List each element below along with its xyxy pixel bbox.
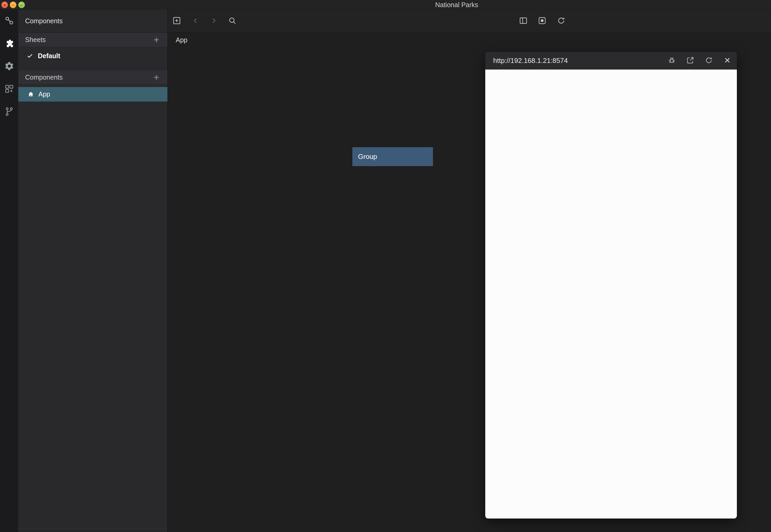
activity-bar [0, 10, 18, 532]
restart-button[interactable] [556, 16, 567, 26]
close-icon: × [3, 3, 6, 7]
search-icon [227, 16, 237, 26]
refresh-icon [557, 16, 566, 26]
node-canvas[interactable]: App Group http://192.168.1.21:8574 [168, 10, 771, 532]
sheet-item-label: Default [38, 52, 60, 60]
section-spacer [18, 65, 167, 70]
add-sheet-button[interactable]: + [150, 34, 162, 46]
preview-window: http://192.168.1.21:8574 [485, 52, 737, 519]
search-button[interactable] [227, 16, 237, 26]
components-panel: Components Sheets + Default Components + [18, 10, 168, 532]
app-window: × − ✓ National Parks [0, 0, 771, 532]
breadcrumb[interactable]: App [176, 36, 187, 44]
sheet-item-default[interactable]: Default [18, 47, 167, 65]
minimize-button[interactable]: − [10, 2, 16, 8]
components-section-label: Components [25, 74, 150, 81]
minimize-icon: − [12, 3, 14, 7]
plus-icon: + [153, 73, 159, 82]
home-icon [27, 91, 34, 98]
section-spacer [18, 85, 167, 87]
activity-item-modules[interactable] [0, 78, 18, 101]
canvas-toolbar [168, 10, 771, 33]
maximize-button[interactable]: ✓ [18, 2, 25, 8]
component-item-label: App [38, 90, 50, 98]
titlebar[interactable]: × − ✓ National Parks [0, 0, 771, 10]
gear-icon [4, 61, 14, 72]
plus-icon: + [153, 35, 159, 45]
add-frame-button[interactable] [171, 16, 182, 26]
close-icon [723, 56, 732, 66]
window-title: National Parks [435, 0, 478, 10]
preview-actions [666, 55, 733, 67]
close-button[interactable]: × [1, 2, 8, 8]
split-panel-button[interactable] [518, 16, 529, 26]
panel-resize-handle[interactable] [18, 528, 167, 528]
group-node[interactable]: Group [352, 147, 433, 166]
sheets-section-label: Sheets [25, 36, 150, 44]
preview-titlebar[interactable]: http://192.168.1.21:8574 [485, 52, 737, 70]
close-preview-button[interactable] [722, 55, 733, 67]
maximize-icon: ✓ [20, 3, 23, 7]
add-component-button[interactable]: + [150, 72, 162, 83]
group-node-label: Group [358, 153, 377, 161]
refresh-preview-button[interactable] [703, 55, 715, 67]
preview-viewport[interactable] [485, 70, 737, 519]
chevron-right-icon [209, 16, 218, 26]
components-section-header: Components + [18, 70, 167, 85]
add-frame-icon [172, 16, 181, 26]
activity-item-nodes[interactable] [0, 10, 18, 33]
navigate-forward-button[interactable] [208, 16, 219, 26]
debug-button[interactable] [666, 55, 678, 67]
stop-record-icon [537, 16, 547, 26]
activity-item-components[interactable] [0, 33, 18, 55]
split-panel-icon [519, 16, 528, 26]
branch-icon [4, 107, 14, 118]
bug-icon [667, 56, 676, 66]
panel-title: Components [18, 10, 167, 33]
activity-item-settings[interactable] [0, 55, 18, 78]
puzzle-icon [4, 38, 14, 49]
component-item-app[interactable]: App [18, 87, 167, 102]
refresh-icon [704, 56, 713, 66]
chevron-left-icon [191, 16, 200, 26]
preview-url[interactable]: http://192.168.1.21:8574 [493, 57, 666, 65]
open-external-icon [686, 56, 695, 66]
sheets-section-header: Sheets + [18, 33, 167, 47]
activity-item-version-control[interactable] [0, 101, 18, 123]
navigate-back-button[interactable] [190, 16, 201, 26]
check-icon [26, 52, 34, 59]
nodes-icon [4, 16, 14, 27]
open-external-button[interactable] [685, 55, 696, 67]
modules-icon [4, 84, 14, 95]
stop-button[interactable] [537, 16, 548, 26]
